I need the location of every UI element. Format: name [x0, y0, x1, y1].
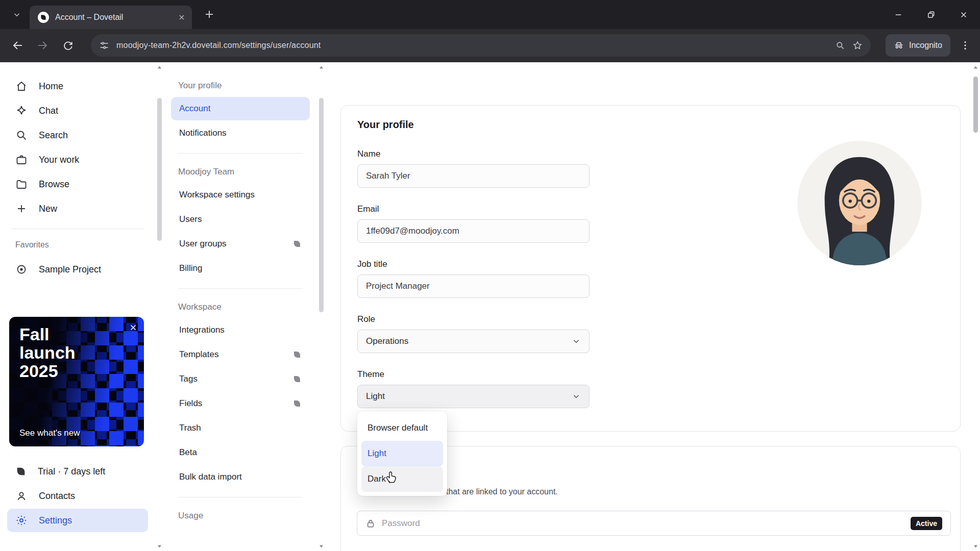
restore-button[interactable]	[915, 0, 947, 29]
settings-nav-item-trash[interactable]: Trash	[171, 416, 310, 440]
name-input[interactable]	[357, 164, 590, 188]
role-select[interactable]: Operations	[357, 330, 590, 353]
browser-menu-button[interactable]	[960, 37, 971, 54]
folder-icon	[15, 178, 28, 190]
sidebar-item-search[interactable]: Search	[7, 123, 148, 147]
theme-field-group: Theme Light	[357, 369, 944, 408]
incognito-label: Incognito	[909, 41, 942, 50]
theme-select-value: Light	[366, 391, 385, 402]
dovetail-favicon-icon	[38, 12, 49, 23]
settings-nav-item-beta[interactable]: Beta	[171, 441, 310, 464]
scrollbar-thumb[interactable]	[319, 98, 324, 312]
plan-badge-icon	[292, 374, 302, 384]
theme-label: Theme	[357, 369, 944, 380]
search-lens-icon[interactable]	[835, 40, 845, 51]
scrollbar-thumb[interactable]	[973, 77, 978, 133]
close-window-button[interactable]	[947, 0, 980, 29]
scroll-down-icon[interactable]	[971, 542, 980, 550]
plan-badge-icon	[292, 350, 302, 359]
new-tab-button[interactable]	[203, 8, 215, 20]
tab-close-icon[interactable]	[178, 13, 186, 21]
address-bar[interactable]: moodjoy-team-2h2v.dovetail.com/settings/…	[91, 34, 871, 57]
sidebar-item-browse[interactable]: Browse	[7, 172, 148, 196]
minimize-button[interactable]	[882, 0, 915, 29]
theme-dropdown-menu: Browser default Light Dark	[357, 411, 447, 496]
sidebar-item-label: Search	[39, 130, 68, 141]
theme-select[interactable]: Light	[357, 385, 590, 408]
settings-nav-item-account[interactable]: Account	[171, 97, 310, 120]
scroll-up-icon[interactable]	[155, 63, 164, 71]
settings-nav-item-notifications[interactable]: Notifications	[171, 121, 310, 145]
target-icon	[15, 263, 28, 276]
back-button[interactable]	[6, 34, 30, 57]
forward-button[interactable]	[31, 34, 54, 57]
sparkle-icon	[15, 105, 28, 117]
sidebar-item-chat[interactable]: Chat	[7, 99, 148, 122]
incognito-icon	[894, 40, 904, 51]
sidebar-item-contacts[interactable]: Contacts	[7, 484, 148, 508]
settings-nav-item-billing[interactable]: Billing	[171, 257, 310, 280]
chevron-down-icon	[572, 392, 581, 401]
password-input[interactable]	[382, 518, 904, 529]
sidebar-item-trial[interactable]: Trial · 7 days left	[7, 460, 148, 483]
settings-nav-label: Fields	[179, 398, 202, 409]
sidebar-item-settings[interactable]: Settings	[7, 509, 148, 532]
scroll-down-icon[interactable]	[155, 542, 164, 550]
scroll-down-icon[interactable]	[317, 542, 326, 550]
sidebar-footer: Trial · 7 days left Contacts Settings	[0, 460, 155, 532]
home-icon	[15, 80, 28, 92]
theme-option-light[interactable]: Light	[361, 441, 443, 466]
settings-nav-item-integrations[interactable]: Integrations	[171, 318, 310, 342]
browser-toolbar: moodjoy-team-2h2v.dovetail.com/settings/…	[0, 29, 980, 62]
profile-avatar[interactable]	[797, 141, 922, 265]
settings-nav-label: Bulk data import	[179, 472, 242, 482]
sidebar-item-home[interactable]: Home	[7, 74, 148, 98]
plan-badge-icon	[292, 239, 302, 248]
sidebar-item-sample-project[interactable]: Sample Project	[7, 258, 148, 281]
sidebar-scrollbar[interactable]	[155, 62, 164, 551]
person-icon	[15, 490, 28, 502]
browser-tabstrip: Account – Dovetail	[0, 0, 980, 29]
page-scrollbar[interactable]	[971, 62, 980, 551]
lock-icon	[365, 518, 376, 529]
settings-nav-item-user-groups[interactable]: User groups	[171, 232, 310, 256]
settings-nav-item-templates[interactable]: Templates	[171, 343, 310, 366]
settings-section-header: Usage	[164, 506, 317, 526]
settings-nav-label: Account	[179, 104, 210, 114]
settings-nav-item-users[interactable]: Users	[171, 208, 310, 231]
browser-tab[interactable]: Account – Dovetail	[30, 6, 192, 29]
site-info-icon[interactable]	[99, 40, 109, 51]
settings-nav-label: Trash	[179, 423, 201, 433]
job-title-input[interactable]	[357, 274, 590, 298]
settings-nav-item-bulk-data-import[interactable]: Bulk data import	[171, 465, 310, 489]
promo-close-icon[interactable]	[129, 323, 138, 332]
scroll-up-icon[interactable]	[317, 63, 326, 71]
reload-button[interactable]	[56, 34, 80, 57]
gear-icon	[15, 514, 28, 527]
tab-search-button[interactable]	[7, 7, 27, 23]
promo-card[interactable]: Fall launch 2025 See what's new	[9, 317, 144, 446]
theme-option-browser-default[interactable]: Browser default	[361, 415, 443, 441]
settings-nav-scrollbar[interactable]	[317, 62, 326, 551]
password-field[interactable]: Active	[357, 511, 951, 536]
favorites-header: Favorites	[0, 237, 155, 257]
role-label: Role	[357, 314, 944, 324]
settings-nav-item-tags[interactable]: Tags	[171, 367, 310, 391]
email-input[interactable]	[357, 219, 590, 243]
settings-section-header: Moodjoy Team	[164, 162, 317, 182]
sidebar-item-label: Contacts	[39, 491, 75, 502]
bookmark-star-icon[interactable]	[852, 40, 863, 51]
scroll-up-icon[interactable]	[971, 63, 980, 71]
settings-nav-item-fields[interactable]: Fields	[171, 392, 310, 415]
settings-nav-item-workspace-settings[interactable]: Workspace settings	[171, 183, 310, 207]
sidebar-item-label: Chat	[39, 106, 58, 116]
scrollbar-thumb[interactable]	[157, 98, 162, 241]
settings-nav-label: Tags	[179, 374, 198, 384]
sidebar-item-label: Settings	[39, 515, 72, 526]
theme-option-dark[interactable]: Dark	[361, 466, 443, 492]
sidebar-item-your-work[interactable]: Your work	[7, 148, 148, 171]
role-field-group: Role Operations	[357, 314, 944, 353]
promo-cta-link[interactable]: See what's new	[19, 428, 80, 438]
app-sidebar: Home Chat Search Your work Browse New Fa…	[0, 62, 155, 551]
sidebar-item-new[interactable]: New	[7, 197, 148, 220]
